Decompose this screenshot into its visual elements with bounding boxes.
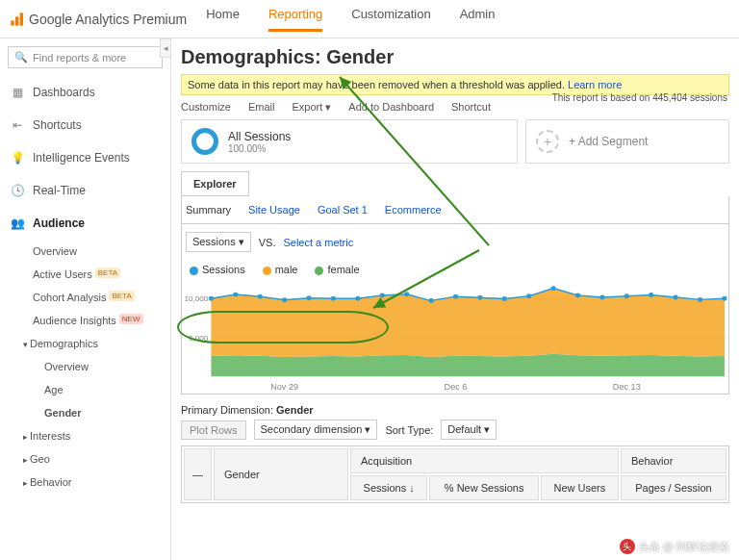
grid-icon: ▦ — [10, 86, 25, 99]
sessions-chart: 5,00010,000Nov 29Dec 6Dec 13 — [181, 279, 729, 395]
label: Demographics — [30, 338, 98, 349]
sidebar-geo[interactable]: ▸Geo — [0, 447, 170, 471]
donut-icon — [191, 128, 218, 155]
svg-rect-2 — [20, 13, 23, 25]
metric-select[interactable]: Sessions ▾ — [186, 232, 251, 252]
sidebar-interests[interactable]: ▸Interests — [0, 424, 170, 447]
add-to-dashboard-button[interactable]: Add to Dashboard — [348, 101, 434, 114]
watermark-text: 头条 @ 阿辉说搜索 — [639, 540, 729, 554]
add-segment-button[interactable]: + + Add Segment — [525, 119, 729, 164]
sidebar-overview[interactable]: Overview — [0, 240, 170, 263]
data-table: — Gender Acquisition Behavior Sessions ↓… — [181, 445, 729, 503]
add-segment-label: + Add Segment — [569, 135, 648, 148]
label: Dashboards — [33, 86, 95, 99]
sidebar: ◂ 🔍 Find reports & more ▦Dashboards ⇤Sho… — [0, 38, 171, 560]
col-new-sessions-pct[interactable]: % New Sessions — [429, 475, 539, 500]
svg-point-26 — [674, 294, 678, 299]
svg-text:Dec 13: Dec 13 — [613, 382, 641, 392]
dot-icon — [263, 267, 271, 275]
export-button[interactable]: Export ▾ — [292, 101, 331, 114]
sidebar-audience[interactable]: 👥Audience — [0, 207, 170, 240]
sidebar-insights[interactable]: Audience InsightsNEW — [0, 309, 170, 332]
col-pages-per-session[interactable]: Pages / Session — [621, 475, 726, 500]
svg-point-18 — [477, 295, 482, 300]
svg-text:Nov 29: Nov 29 — [270, 382, 298, 392]
learn-more-link[interactable]: Learn more — [568, 79, 622, 90]
label: Audience Insights — [33, 315, 116, 326]
people-icon: 👥 — [10, 216, 25, 230]
svg-point-19 — [502, 296, 507, 301]
label: Primary Dimension: — [181, 404, 273, 416]
primary-dimension: Primary Dimension: Gender — [181, 404, 729, 416]
sidebar-intelligence[interactable]: 💡Intelligence Events — [0, 141, 170, 174]
plus-icon: + — [536, 130, 559, 153]
svg-rect-0 — [11, 20, 13, 25]
sidebar-demo-overview[interactable]: Overview — [0, 355, 170, 378]
svg-point-21 — [551, 286, 556, 291]
select-metric-link[interactable]: Select a metric — [283, 237, 353, 248]
segment-all-sessions[interactable]: All Sessions 100.00% — [181, 119, 518, 164]
subtab-summary[interactable]: Summary — [186, 204, 231, 216]
label: male — [275, 264, 298, 275]
sort-type-select[interactable]: Default ▾ — [441, 420, 497, 440]
sidebar-demo-age[interactable]: Age — [0, 378, 170, 401]
label: Sessions — [202, 264, 245, 275]
caret-right-icon: ▸ — [23, 455, 28, 465]
sidebar-active-users[interactable]: Active UsersBETA — [0, 263, 170, 286]
label: Geo — [30, 453, 50, 465]
svg-point-24 — [624, 293, 629, 298]
nav-admin[interactable]: Admin — [460, 7, 496, 32]
plot-rows-button[interactable]: Plot Rows — [181, 420, 246, 440]
nav-home[interactable]: Home — [206, 7, 240, 32]
watermark: 头 头条 @ 阿辉说搜索 — [620, 539, 729, 554]
dot-icon — [190, 267, 198, 275]
sort-icon: ↓ — [409, 482, 415, 494]
expand-col[interactable]: — — [184, 448, 212, 500]
nav-reporting[interactable]: Reporting — [268, 7, 322, 32]
svg-point-25 — [649, 293, 653, 297]
subtab-goal-set-1[interactable]: Goal Set 1 — [318, 204, 368, 216]
svg-point-20 — [526, 293, 531, 298]
search-input[interactable]: 🔍 Find reports & more — [8, 46, 163, 68]
vs-label: VS. — [259, 237, 276, 248]
subtab-ecommerce[interactable]: Ecommerce — [385, 204, 442, 216]
sidebar-shortcuts[interactable]: ⇤Shortcuts — [0, 109, 170, 141]
svg-point-27 — [698, 297, 702, 302]
sidebar-realtime[interactable]: 🕓Real-Time — [0, 174, 170, 207]
svg-point-23 — [599, 294, 604, 299]
label: Interests — [30, 430, 70, 442]
svg-text:5,000: 5,000 — [189, 334, 209, 343]
group-behavior: Behavior — [621, 448, 726, 473]
caret-down-icon: ▾ — [23, 340, 28, 349]
beta-tag: BETA — [109, 291, 134, 301]
col-new-users[interactable]: New Users — [541, 475, 619, 500]
label: Active Users — [33, 268, 92, 280]
group-acquisition: Acquisition — [350, 448, 619, 473]
tab-explorer[interactable]: Explorer — [181, 171, 249, 196]
brand-text: Google Analytics Premium — [29, 12, 187, 27]
sidebar-dashboards[interactable]: ▦Dashboards — [0, 76, 170, 109]
col-gender[interactable]: Gender — [214, 448, 348, 500]
secondary-dimension-select[interactable]: Secondary dimension ▾ — [254, 420, 378, 440]
label: Sessions — [364, 482, 407, 494]
customize-button[interactable]: Customize — [181, 101, 231, 114]
brand-logo: Google Analytics Premium — [10, 12, 187, 27]
svg-rect-1 — [15, 16, 18, 25]
col-sessions[interactable]: Sessions ↓ — [350, 475, 427, 500]
dot-icon — [315, 267, 323, 275]
beta-tag: BETA — [95, 267, 120, 278]
svg-text:Dec 6: Dec 6 — [445, 382, 468, 392]
watermark-icon: 头 — [620, 539, 635, 554]
top-nav: Home Reporting Customization Admin — [206, 7, 495, 32]
label: Intelligence Events — [33, 151, 130, 165]
svg-point-15 — [404, 292, 409, 296]
shortcut-button[interactable]: Shortcut — [451, 101, 491, 114]
sidebar-behavior[interactable]: ▸Behavior — [0, 471, 170, 494]
sidebar-demographics[interactable]: ▾Demographics — [0, 332, 170, 355]
subtab-site-usage[interactable]: Site Usage — [248, 204, 300, 216]
sidebar-demo-gender[interactable]: Gender — [0, 401, 170, 424]
sidebar-collapse[interactable]: ◂ — [160, 38, 171, 58]
nav-customization[interactable]: Customization — [351, 7, 430, 32]
sidebar-cohort[interactable]: Cohort AnalysisBETA — [0, 286, 170, 309]
email-button[interactable]: Email — [248, 101, 275, 114]
